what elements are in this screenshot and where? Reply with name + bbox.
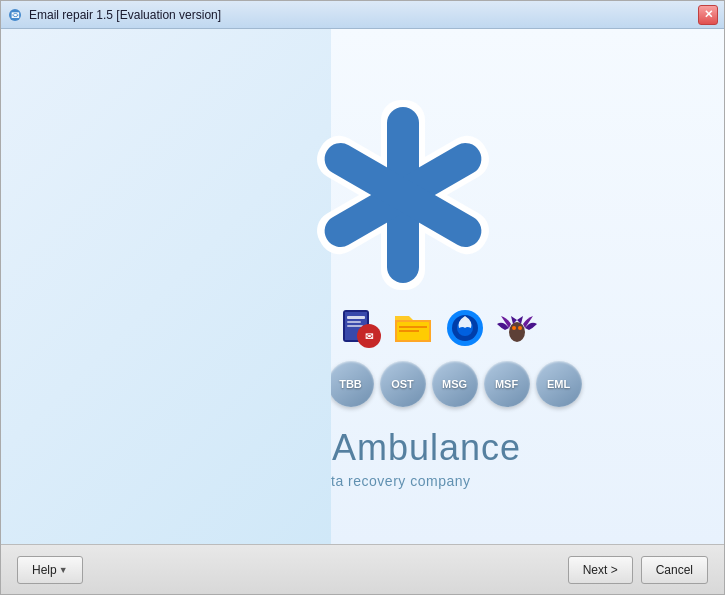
help-label: Help	[32, 563, 57, 577]
badge-ost: OST	[380, 361, 426, 407]
svg-rect-14	[347, 316, 365, 319]
cancel-label: Cancel	[656, 563, 693, 577]
close-button[interactable]: ✕	[698, 5, 718, 25]
svg-rect-15	[347, 321, 361, 323]
title-bar-left: ✉ Email repair 1.5 [Evaluation version]	[7, 7, 221, 23]
badge-msf: MSF	[484, 361, 530, 407]
main-window: ✉ Email repair 1.5 [Evaluation version] …	[0, 0, 725, 595]
svg-rect-16	[347, 325, 363, 327]
thunderbird-icon	[442, 305, 488, 351]
svg-point-27	[518, 326, 522, 330]
svg-point-25	[509, 322, 525, 342]
title-bar: ✉ Email repair 1.5 [Evaluation version] …	[1, 1, 724, 29]
svg-rect-20	[399, 326, 427, 328]
app-icon: ✉	[7, 7, 23, 23]
help-chevron-icon: ▼	[59, 565, 68, 575]
outlook-folder-icon	[390, 305, 436, 351]
cancel-button[interactable]: Cancel	[641, 556, 708, 584]
help-button[interactable]: Help ▼	[17, 556, 83, 584]
badge-eml: EML	[536, 361, 582, 407]
window-title: Email repair 1.5 [Evaluation version]	[29, 8, 221, 22]
bat-icon	[494, 305, 540, 351]
svg-text:✉: ✉	[365, 331, 374, 342]
badge-msg: MSG	[432, 361, 478, 407]
outlook-pst-icon: ✉	[338, 305, 384, 351]
svg-point-26	[512, 326, 516, 330]
left-panel	[1, 29, 331, 544]
bottom-right: Next > Cancel	[568, 556, 708, 584]
asterisk-logo	[293, 85, 513, 305]
badge-tbb: TBB	[328, 361, 374, 407]
next-label: Next >	[583, 563, 618, 577]
bottom-left: Help ▼	[17, 556, 83, 584]
brand-subtitle: data recovery company	[314, 473, 470, 489]
bottom-bar: Help ▼ Next > Cancel	[1, 544, 724, 594]
next-button[interactable]: Next >	[568, 556, 633, 584]
svg-text:✉: ✉	[11, 10, 20, 21]
svg-rect-21	[399, 330, 419, 332]
main-content: ✉	[1, 29, 724, 544]
